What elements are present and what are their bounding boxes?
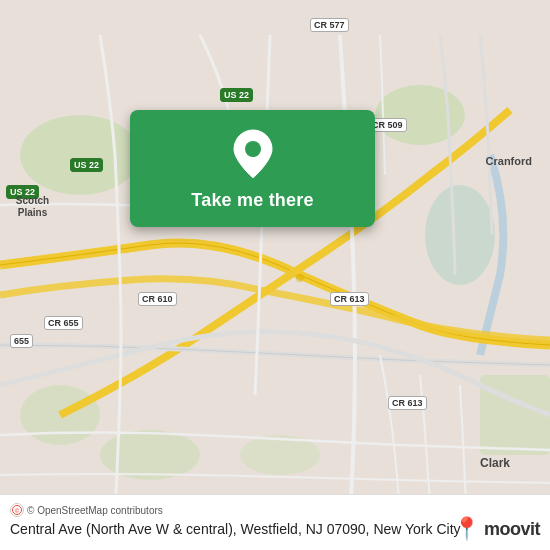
road-badge-cr577: CR 577: [310, 18, 349, 32]
svg-point-8: [245, 141, 261, 157]
svg-rect-5: [480, 375, 550, 455]
svg-text:©: ©: [15, 508, 20, 514]
scotch-plains-label: Scotch Plains: [0, 195, 65, 219]
road-badge-cr655: CR 655: [44, 316, 83, 330]
cranford-label: Cranford: [486, 155, 532, 167]
moovit-logo: 📍 moovit: [453, 518, 540, 540]
location-pin-icon: [232, 128, 274, 180]
road-badge-us22-1: US 22: [220, 88, 253, 102]
road-badge-cr610: CR 610: [138, 292, 177, 306]
moovit-brand-text: moovit: [484, 519, 540, 540]
road-badge-cr613-2: CR 613: [388, 396, 427, 410]
clark-label: Clark: [480, 456, 510, 470]
svg-point-2: [425, 185, 495, 285]
map-container: CR 577 US 22 US 22 US 22 CR 509 CR 610 C…: [0, 0, 550, 550]
svg-point-4: [100, 430, 200, 480]
osm-logo-icon: ©: [10, 503, 24, 517]
popup-overlay: Take me there: [130, 110, 375, 227]
moovit-pin-icon: 📍: [453, 518, 480, 540]
road-badge-cr613-1: CR 613: [330, 292, 369, 306]
take-me-there-button[interactable]: Take me there: [191, 190, 313, 211]
svg-point-0: [20, 115, 140, 195]
road-badge-us22-2: US 22: [70, 158, 103, 172]
svg-point-7: [296, 274, 304, 282]
road-badge-655: 655: [10, 334, 33, 348]
attribution-text: © OpenStreetMap contributors: [27, 505, 163, 516]
bottom-bar: © © OpenStreetMap contributors Central A…: [0, 494, 550, 550]
svg-point-1: [375, 85, 465, 145]
